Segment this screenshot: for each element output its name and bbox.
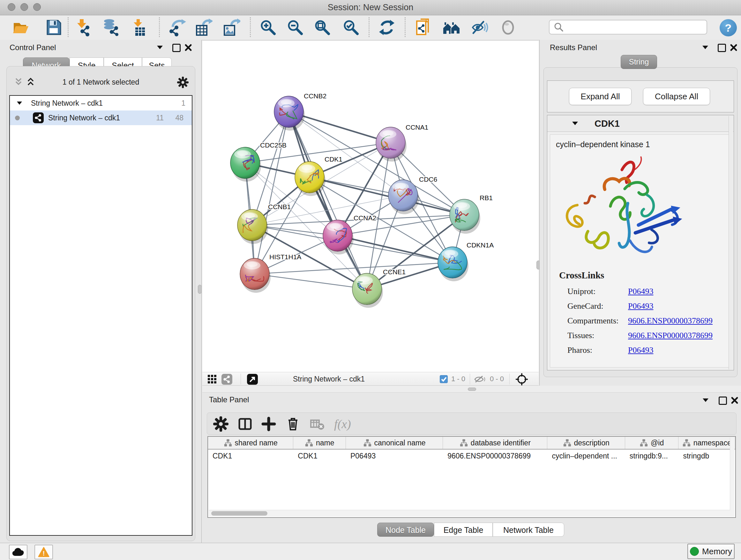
gear-icon[interactable] (177, 77, 189, 88)
network-canvas[interactable]: CCNB2CCNA1CDC25BCDK1CDC6RB1CCNB1CCNA2CDK… (202, 41, 539, 372)
network-node-CCNE1[interactable] (352, 273, 383, 308)
cell[interactable]: CDK1 (293, 452, 346, 460)
cell[interactable]: 9606.ENSP00000378699 (443, 452, 547, 460)
table-toolbar: f(x) (207, 413, 737, 435)
help-button[interactable]: ? (720, 19, 737, 37)
collapse-all-button[interactable]: Collapse All (643, 88, 710, 105)
horizontal-splitter[interactable] (202, 386, 741, 393)
enhanced-graphics-icon[interactable] (471, 18, 488, 37)
network-node-CCNA1[interactable] (376, 127, 407, 162)
column-header-namespace[interactable]: namespace (678, 437, 735, 449)
zoom-in-icon[interactable] (259, 18, 277, 37)
network-node-CCNA2[interactable] (323, 220, 354, 254)
network-node-CDK1[interactable] (295, 162, 326, 196)
import-network-file-icon[interactable] (75, 18, 92, 37)
column-type-icon (460, 439, 468, 447)
gene-section-header[interactable]: CDK1 (547, 115, 734, 132)
float-panel-icon[interactable] (718, 44, 726, 52)
expand-all-button[interactable]: Expand All (569, 88, 631, 105)
column-header-name[interactable]: name (293, 437, 346, 449)
panel-menu-icon[interactable] (157, 46, 163, 49)
cell[interactable]: cyclin–dependent ... (547, 452, 625, 460)
crosslink-link[interactable]: P06493 (628, 301, 653, 311)
zoom-fit-icon[interactable] (313, 18, 331, 37)
crosslink-link[interactable]: P06493 (628, 346, 653, 355)
glass-ball-effect-icon[interactable] (499, 18, 517, 37)
export-network-icon[interactable] (168, 18, 186, 37)
panel-menu-icon[interactable] (703, 398, 709, 402)
crosslink-link[interactable]: 9606.ENSP00000378699 (628, 331, 713, 340)
network-node-HIST1H1A[interactable] (240, 258, 271, 293)
column-header-canonical-name[interactable]: canonical name (346, 437, 443, 449)
network-node-CCNB2[interactable] (274, 96, 305, 131)
network-node-CDC25B[interactable] (230, 147, 261, 182)
export-table-icon[interactable] (195, 18, 212, 37)
show-columns-icon[interactable] (238, 416, 253, 432)
cell[interactable]: CDK1 (208, 452, 293, 460)
add-column-icon[interactable] (261, 416, 276, 432)
section-collapse-icon[interactable] (572, 122, 578, 125)
network-collection-row[interactable]: String Network – cdk1 1 (10, 96, 192, 111)
delete-column-icon[interactable] (285, 416, 300, 432)
selected-checkbox-icon[interactable] (440, 375, 448, 383)
cloud-status-button[interactable] (9, 545, 27, 559)
results-scrollbar[interactable] (729, 116, 733, 369)
table-horizontal-scrollbar[interactable] (209, 510, 730, 516)
column-header-description[interactable]: description (547, 437, 625, 449)
import-network-database-icon[interactable] (102, 18, 120, 37)
float-panel-icon[interactable] (172, 44, 181, 52)
open-view-icon[interactable] (247, 374, 258, 385)
open-session-icon[interactable] (12, 18, 30, 37)
column-header-database-identifier[interactable]: database identifier (443, 437, 547, 449)
expand-collapse-bar: Expand All Collapse All (547, 80, 734, 112)
close-panel-icon[interactable] (185, 44, 192, 51)
close-panel-icon[interactable] (731, 396, 738, 404)
crosslink-link[interactable]: P06493 (628, 287, 653, 296)
column-header-shared-name[interactable]: shared name (208, 437, 293, 449)
warnings-button[interactable]: ! (35, 545, 53, 559)
search-input[interactable] (566, 21, 706, 33)
function-builder-icon[interactable]: f(x) (334, 416, 363, 432)
close-panel-icon[interactable] (730, 44, 738, 51)
left-splitter-handle[interactable] (198, 285, 202, 294)
crosslink-link[interactable]: 9606.ENSP00000378699 (628, 316, 713, 326)
tab-string[interactable]: String (621, 55, 657, 69)
main-toolbar: ? (0, 15, 741, 40)
tab-network-table[interactable]: Network Table (493, 523, 564, 537)
control-panel-title: Control Panel (10, 43, 56, 52)
column-header--id[interactable]: @id (625, 437, 679, 449)
panel-menu-icon[interactable] (702, 46, 708, 49)
tab-edge-table[interactable]: Edge Table (434, 523, 493, 537)
refresh-icon[interactable] (378, 18, 396, 37)
collection-expand-icon[interactable] (17, 102, 22, 105)
cell[interactable]: stringdb (678, 452, 735, 460)
zoom-selected-icon[interactable] (342, 18, 360, 37)
export-image-icon[interactable] (222, 18, 240, 37)
import-table-file-icon[interactable] (130, 18, 148, 37)
table-settings-gear-icon[interactable] (213, 416, 228, 432)
network-row-selected[interactable]: String Network – cdk1 11 48 (10, 111, 192, 125)
table-row[interactable]: CDK1CDK1P064939606.ENSP00000378699cyclin… (208, 449, 735, 462)
float-panel-icon[interactable] (719, 396, 727, 405)
network-node-CDC6[interactable] (388, 180, 419, 214)
birds-eye-view-icon[interactable] (516, 373, 528, 385)
cell[interactable]: P06493 (346, 452, 443, 460)
table-vertical-scrollbar[interactable] (730, 437, 735, 516)
network-node-CDKN1A[interactable] (438, 247, 468, 281)
scrollbar-thumb[interactable] (211, 511, 267, 516)
tab-node-table[interactable]: Node Table (377, 523, 434, 537)
splitter-handle[interactable] (468, 388, 476, 391)
save-session-icon[interactable] (45, 18, 63, 37)
string-home-icon[interactable] (443, 18, 461, 37)
search-field[interactable] (549, 20, 707, 35)
string-network-graph[interactable]: CCNB2CCNA1CDC25BCDK1CDC6RB1CCNB1CCNA2CDK… (202, 41, 539, 372)
grid-view-icon[interactable] (207, 374, 217, 384)
network-node-CCNB1[interactable] (238, 209, 268, 244)
network-node-RB1[interactable] (450, 199, 480, 234)
network-view-icon[interactable] (221, 374, 232, 385)
delete-table-icon[interactable] (310, 416, 325, 432)
cell[interactable]: stringdb:9... (625, 452, 679, 460)
memory-button[interactable]: Memory (687, 544, 735, 559)
zoom-out-icon[interactable] (286, 18, 304, 37)
string-export-icon[interactable] (415, 18, 433, 37)
